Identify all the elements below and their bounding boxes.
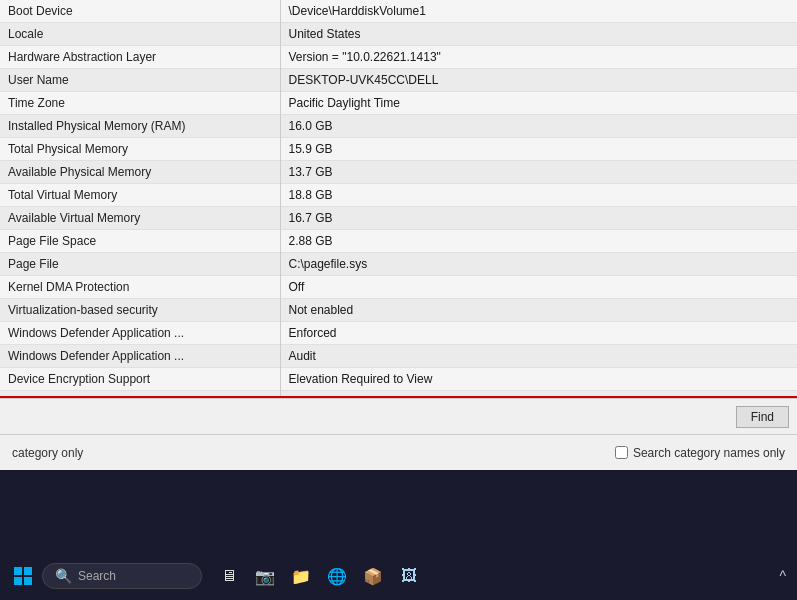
table-cell-label: Available Physical Memory xyxy=(0,161,280,184)
table-cell-value: 13.7 GB xyxy=(280,161,797,184)
taskbar: 🔍 Search 🖥 📷 📁 🌐 📦 🖼 ^ xyxy=(0,552,797,600)
table-cell-value: 16.0 GB xyxy=(280,115,797,138)
taskbar-icon-store[interactable]: 📦 xyxy=(358,561,388,591)
table-row: Windows Defender Application ...Audit xyxy=(0,345,797,368)
svg-rect-2 xyxy=(14,577,22,585)
table-cell-value: DESKTOP-UVK45CC\DELL xyxy=(280,69,797,92)
table-row: Hardware Abstraction LayerVersion = "10.… xyxy=(0,46,797,69)
table-row: Available Physical Memory13.7 GB xyxy=(0,161,797,184)
table-cell-value: 15.9 GB xyxy=(280,138,797,161)
table-cell-value: Off xyxy=(280,276,797,299)
table-row: Kernel DMA ProtectionOff xyxy=(0,276,797,299)
photos-icon: 🖼 xyxy=(401,567,417,585)
table-row: Boot Device\Device\HarddiskVolume1 xyxy=(0,0,797,23)
table-row: Installed Physical Memory (RAM)16.0 GB xyxy=(0,115,797,138)
start-button[interactable] xyxy=(8,561,38,591)
table-row: Total Physical Memory15.9 GB xyxy=(0,138,797,161)
search-category-label: Search category names only xyxy=(633,446,785,460)
taskbar-search-icon: 🔍 xyxy=(55,568,72,584)
table-cell-value: 2.88 GB xyxy=(280,230,797,253)
table-row: Page FileC:\pagefile.sys xyxy=(0,253,797,276)
monitor-icon: 🖥 xyxy=(221,567,237,585)
search-category-checkbox[interactable] xyxy=(615,446,628,459)
table-row: Time ZonePacific Daylight Time xyxy=(0,92,797,115)
table-cell-value: C:\pagefile.sys xyxy=(280,253,797,276)
windows-icon xyxy=(13,566,33,586)
search-bar-area: Find xyxy=(0,398,797,434)
taskbar-search-text: Search xyxy=(78,569,116,583)
table-cell-label: Page File Space xyxy=(0,230,280,253)
taskbar-icon-folder[interactable]: 📁 xyxy=(286,561,316,591)
table-cell-label: Kernel DMA Protection xyxy=(0,276,280,299)
table-cell-label: Total Virtual Memory xyxy=(0,184,280,207)
category-filter-label: category only xyxy=(12,446,83,460)
table-row: LocaleUnited States xyxy=(0,23,797,46)
table-cell-value: Audit xyxy=(280,345,797,368)
main-content: Boot Device\Device\HarddiskVolume1Locale… xyxy=(0,0,797,470)
table-cell-label: Windows Defender Application ... xyxy=(0,322,280,345)
svg-rect-0 xyxy=(14,567,22,575)
table-cell-label: Total Physical Memory xyxy=(0,138,280,161)
filter-bar: category only Search category names only xyxy=(0,434,797,470)
table-cell-label: User Name xyxy=(0,69,280,92)
table-row: Windows Defender Application ...Enforced xyxy=(0,322,797,345)
table-cell-label: Page File xyxy=(0,253,280,276)
table-cell-value: United States xyxy=(280,23,797,46)
table-cell-label: Installed Physical Memory (RAM) xyxy=(0,115,280,138)
camera-icon: 📷 xyxy=(255,567,275,586)
table-row: Device Encryption SupportElevation Requi… xyxy=(0,368,797,391)
find-button[interactable]: Find xyxy=(736,406,789,428)
table-row: Total Virtual Memory18.8 GB xyxy=(0,184,797,207)
table-cell-value: Elevation Required to View xyxy=(280,368,797,391)
table-wrapper: Boot Device\Device\HarddiskVolume1Locale… xyxy=(0,0,797,396)
table-cell-label: Virtualization-based security xyxy=(0,299,280,322)
table-row: User NameDESKTOP-UVK45CC\DELL xyxy=(0,69,797,92)
table-cell-label: Locale xyxy=(0,23,280,46)
svg-rect-1 xyxy=(24,567,32,575)
taskbar-icons: 🖥 📷 📁 🌐 📦 🖼 xyxy=(214,561,424,591)
tray-chevron[interactable]: ^ xyxy=(776,566,789,586)
table-cell-value: Pacific Daylight Time xyxy=(280,92,797,115)
store-icon: 📦 xyxy=(363,567,383,586)
taskbar-icon-camera[interactable]: 📷 xyxy=(250,561,280,591)
taskbar-icon-edge[interactable]: 🌐 xyxy=(322,561,352,591)
table-cell-value: 16.7 GB xyxy=(280,207,797,230)
taskbar-icon-monitor[interactable]: 🖥 xyxy=(214,561,244,591)
folder-icon: 📁 xyxy=(291,567,311,586)
table-cell-value: Not enabled xyxy=(280,299,797,322)
edge-icon: 🌐 xyxy=(327,567,347,586)
search-category-checkbox-container: Search category names only xyxy=(615,446,785,460)
table-row: Page File Space2.88 GB xyxy=(0,230,797,253)
table-cell-label: Windows Defender Application ... xyxy=(0,345,280,368)
table-cell-value: Enforced xyxy=(280,322,797,345)
svg-rect-3 xyxy=(24,577,32,585)
tray-area: ^ xyxy=(776,566,789,586)
table-row: Available Virtual Memory16.7 GB xyxy=(0,207,797,230)
system-info-table: Boot Device\Device\HarddiskVolume1Locale… xyxy=(0,0,797,396)
table-cell-label: Hardware Abstraction Layer xyxy=(0,46,280,69)
taskbar-search[interactable]: 🔍 Search xyxy=(42,563,202,589)
table-cell-label: Available Virtual Memory xyxy=(0,207,280,230)
table-cell-value: Version = "10.0.22621.1413" xyxy=(280,46,797,69)
table-cell-value: \Device\HarddiskVolume1 xyxy=(280,0,797,23)
table-row: Virtualization-based securityNot enabled xyxy=(0,299,797,322)
table-cell-label: Time Zone xyxy=(0,92,280,115)
taskbar-icon-photos[interactable]: 🖼 xyxy=(394,561,424,591)
table-cell-label: Device Encryption Support xyxy=(0,368,280,391)
table-cell-value: 18.8 GB xyxy=(280,184,797,207)
table-cell-label: Boot Device xyxy=(0,0,280,23)
table-area: Boot Device\Device\HarddiskVolume1Locale… xyxy=(0,0,797,396)
